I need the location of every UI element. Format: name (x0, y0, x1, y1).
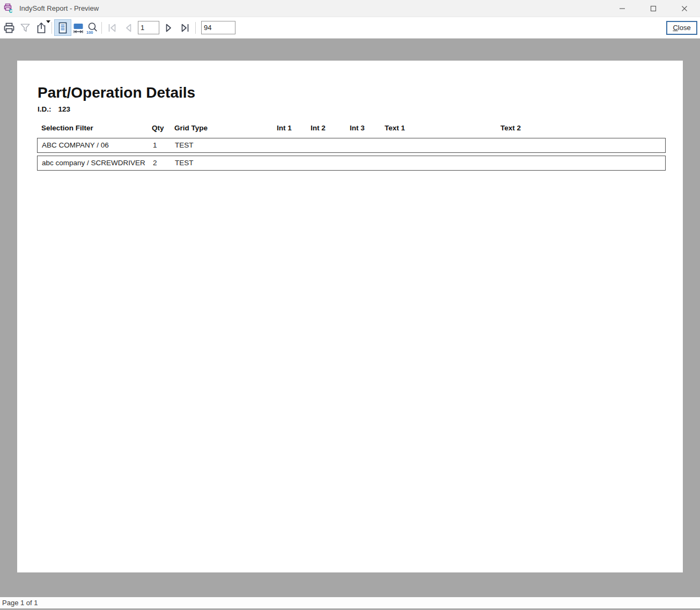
first-page-icon (106, 21, 119, 34)
maximize-button[interactable] (638, 0, 669, 17)
caption-buttons (607, 0, 700, 17)
page-width-view-button[interactable] (71, 19, 85, 36)
zoom-level-input[interactable] (201, 21, 235, 34)
page-width-icon (72, 21, 85, 34)
column-header: Int 1 (277, 124, 292, 132)
report-id-label: I.D.: (38, 105, 51, 113)
column-header: Int 3 (350, 124, 365, 132)
svg-text:100: 100 (86, 30, 93, 34)
svg-text:c: c (9, 7, 13, 14)
close-window-button[interactable] (669, 0, 700, 17)
previous-page-icon (122, 21, 135, 34)
print-button[interactable] (1, 19, 17, 36)
cell-grid-type: TEST (175, 138, 194, 152)
zoom-100-icon: 100 (86, 21, 99, 34)
report-title: Part/Operation Details (38, 84, 195, 101)
report-page: Part/Operation Details I.D.:123 Selectio… (17, 61, 683, 572)
column-header: Text 2 (500, 124, 521, 132)
table-header-row: Selection Filter Qty Grid Type Int 1 Int… (37, 124, 666, 136)
printer-icon (3, 21, 16, 34)
cell-selection-filter: ABC COMPANY / 06 (42, 138, 109, 152)
page-status-text: Page 1 of 1 (2, 599, 38, 607)
previous-page-button[interactable] (120, 19, 136, 36)
column-header: Text 1 (385, 124, 405, 132)
toolbar-separator (195, 22, 196, 34)
cell-qty: 1 (153, 138, 157, 152)
minimize-icon (619, 5, 625, 12)
toolbar-separator (101, 22, 102, 34)
close-button[interactable]: Close (666, 21, 697, 35)
column-header: Selection Filter (41, 124, 93, 132)
table-row: abc company / SCREWDRIVER 2 TEST (37, 156, 666, 171)
filter-button[interactable] (17, 19, 33, 36)
table-row: ABC COMPANY / 06 1 TEST (37, 138, 666, 153)
filter-funnel-icon (19, 22, 31, 34)
column-header: Grid Type (174, 124, 208, 132)
close-button-label: Close (673, 24, 690, 32)
next-page-button[interactable] (161, 19, 177, 36)
report-id-value: 123 (58, 105, 71, 113)
single-page-view-icon (56, 21, 69, 34)
maximize-icon (650, 5, 657, 12)
close-icon (681, 5, 688, 12)
titlebar: c IndySoft Report - Preview (0, 0, 700, 17)
single-page-view-button[interactable] (54, 19, 71, 36)
last-page-button[interactable] (177, 19, 193, 36)
window-title: IndySoft Report - Preview (19, 4, 607, 12)
export-icon (35, 21, 48, 34)
export-button[interactable] (33, 19, 49, 36)
cell-selection-filter: abc company / SCREWDRIVER (42, 156, 145, 170)
page-number-input[interactable] (138, 21, 159, 34)
last-page-icon (179, 21, 191, 34)
dropdown-caret-icon (46, 20, 50, 23)
indysoft-app-icon: c (4, 3, 14, 14)
preview-area: Part/Operation Details I.D.:123 Selectio… (0, 39, 700, 597)
zoom-100-button[interactable]: 100 (85, 19, 99, 36)
statusbar: Page 1 of 1 (0, 597, 700, 610)
report-id-line: I.D.:123 (38, 105, 70, 113)
column-header: Qty (152, 124, 164, 132)
first-page-button[interactable] (104, 19, 120, 36)
cell-grid-type: TEST (175, 156, 194, 170)
toolbar-separator (51, 22, 52, 34)
minimize-button[interactable] (607, 0, 638, 17)
cell-qty: 2 (153, 156, 157, 170)
next-page-icon (163, 21, 175, 34)
column-header: Int 2 (311, 124, 326, 132)
toolbar: 100 Close (0, 17, 700, 39)
